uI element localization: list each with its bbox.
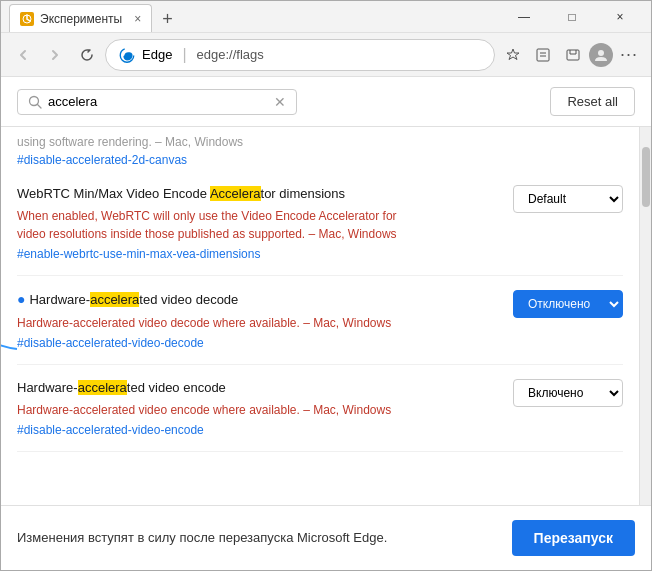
highlight-3: accelera <box>78 380 127 395</box>
footer: Изменения вступят в силу после перезапус… <box>1 505 651 570</box>
more-button[interactable]: ··· <box>615 41 643 69</box>
search-clear-button[interactable]: ✕ <box>274 94 286 110</box>
flag-title-video-decode: ●Hardware-accelerated video decode <box>17 290 497 310</box>
active-tab[interactable]: Эксперименты × <box>9 4 152 32</box>
search-box: ✕ <box>17 89 297 115</box>
flag-link-video-decode[interactable]: #disable-accelerated-video-decode <box>17 336 497 350</box>
maximize-button[interactable]: □ <box>549 1 595 33</box>
flag-title-after-3: ted video encode <box>127 380 226 395</box>
flag-control-webrtc: Default Enabled Disabled <box>513 185 623 213</box>
flag-title-webrtc: WebRTC Min/Max Video Encode Accelerator … <box>17 185 497 203</box>
address-bar[interactable]: Edge | edge://flags <box>105 39 495 71</box>
forward-button[interactable] <box>41 41 69 69</box>
flag-control-video-encode: Включено Default Отключено <box>513 379 623 407</box>
flag-item-video-decode: ●Hardware-accelerated video decode Hardw… <box>17 276 623 365</box>
flag-link-webrtc[interactable]: #enable-webrtc-use-min-max-vea-dimension… <box>17 247 497 261</box>
search-icon <box>28 95 42 109</box>
flag-title-before-2: Hardware- <box>29 292 90 307</box>
address-domain: Edge <box>142 47 172 62</box>
address-separator: | <box>182 46 186 64</box>
partial-top-text: using software rendering. – Mac, Windows <box>17 135 623 149</box>
svg-rect-1 <box>537 49 549 61</box>
flag-select-webrtc[interactable]: Default Enabled Disabled <box>513 185 623 213</box>
svg-point-5 <box>598 50 604 56</box>
arrow-container: Hardware-accelerated video decode where … <box>17 314 497 332</box>
nav-icons: ··· <box>499 41 643 69</box>
flag-item-webrtc: WebRTC Min/Max Video Encode Accelerator … <box>17 171 623 276</box>
window-controls: — □ × <box>501 1 643 33</box>
flag-title-before-3: Hardware- <box>17 380 78 395</box>
flag-info-video-decode: ●Hardware-accelerated video decode Hardw… <box>17 290 497 350</box>
flag-desc-webrtc: When enabled, WebRTC will only use the V… <box>17 207 497 243</box>
flag-info-video-encode: Hardware-accelerated video encode Hardwa… <box>17 379 497 437</box>
footer-text: Изменения вступят в силу после перезапус… <box>17 528 496 548</box>
blue-dot-icon: ● <box>17 291 25 307</box>
partial-top-item: using software rendering. – Mac, Windows… <box>17 127 623 171</box>
svg-rect-4 <box>567 50 579 60</box>
reset-all-button[interactable]: Reset all <box>550 87 635 116</box>
flag-select-video-decode[interactable]: Отключено Default Включено <box>513 290 623 318</box>
flag-desc-video-decode: Hardware-accelerated video decode where … <box>17 314 497 332</box>
flag-title-after-1: tor dimensions <box>261 186 346 201</box>
flag-title-video-encode: Hardware-accelerated video encode <box>17 379 497 397</box>
flag-link-video-encode[interactable]: #disable-accelerated-video-encode <box>17 423 497 437</box>
flag-control-video-decode: Отключено Default Включено <box>513 290 623 318</box>
partial-top-link[interactable]: #disable-accelerated-2d-canvas <box>17 153 623 167</box>
minimize-button[interactable]: — <box>501 1 547 33</box>
share-button[interactable] <box>559 41 587 69</box>
flag-title-before-1: WebRTC Min/Max Video Encode <box>17 186 210 201</box>
navbar: Edge | edge://flags <box>1 33 651 77</box>
tab-area: Эксперименты × + <box>9 1 501 32</box>
tab-icon <box>20 12 34 26</box>
flag-select-video-encode[interactable]: Включено Default Отключено <box>513 379 623 407</box>
favorites-button[interactable] <box>499 41 527 69</box>
highlight-1: Accelera <box>210 186 261 201</box>
flag-info-webrtc: WebRTC Min/Max Video Encode Accelerator … <box>17 185 497 261</box>
flags-list: using software rendering. – Mac, Windows… <box>1 127 639 505</box>
flag-item-video-encode: Hardware-accelerated video encode Hardwa… <box>17 365 623 452</box>
main-panel: ✕ Reset all using software rendering. – … <box>1 77 651 570</box>
scrollbar-thumb[interactable] <box>642 147 650 207</box>
search-bar: ✕ Reset all <box>1 77 651 127</box>
flag-desc-video-encode: Hardware-accelerated video encode where … <box>17 401 497 419</box>
tab-title: Эксперименты <box>40 12 122 26</box>
tab-close-button[interactable]: × <box>134 12 141 26</box>
scrollbar-track <box>639 127 651 505</box>
flag-title-after-2: ted video decode <box>139 292 238 307</box>
svg-line-7 <box>38 104 42 108</box>
reading-list-button[interactable] <box>529 41 557 69</box>
new-tab-button[interactable]: + <box>156 7 179 32</box>
address-path: edge://flags <box>197 47 264 62</box>
edge-logo-icon <box>118 46 136 64</box>
refresh-button[interactable] <box>73 41 101 69</box>
close-button[interactable]: × <box>597 1 643 33</box>
content-area: ✕ Reset all using software rendering. – … <box>1 77 651 570</box>
profile-avatar[interactable] <box>589 43 613 67</box>
restart-button[interactable]: Перезапуск <box>512 520 635 556</box>
browser-window: Эксперименты × + — □ × <box>0 0 652 571</box>
search-input[interactable] <box>48 94 268 109</box>
highlight-2: accelera <box>90 292 139 307</box>
titlebar: Эксперименты × + — □ × <box>1 1 651 33</box>
back-button[interactable] <box>9 41 37 69</box>
